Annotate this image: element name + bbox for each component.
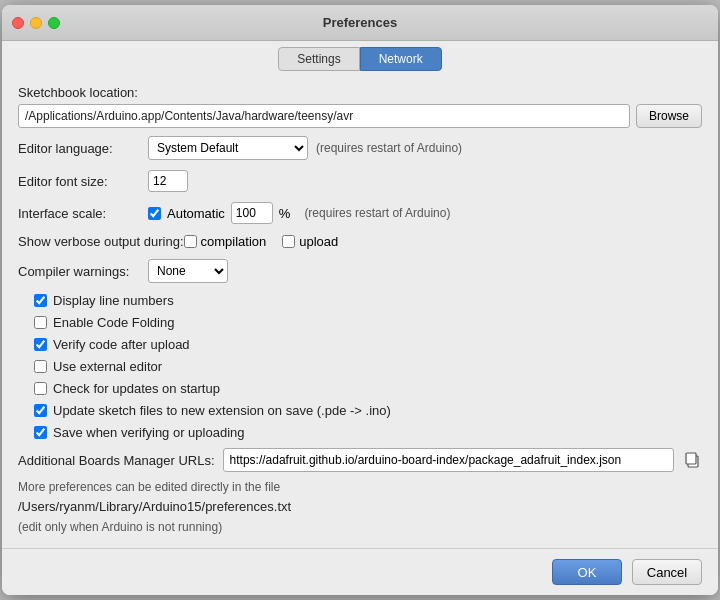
additional-boards-label: Additional Boards Manager URLs: bbox=[18, 453, 215, 468]
scale-note: (requires restart of Arduino) bbox=[304, 206, 450, 220]
minimize-button[interactable] bbox=[30, 17, 42, 29]
maximize-button[interactable] bbox=[48, 17, 60, 29]
auto-label: Automatic bbox=[167, 206, 225, 221]
path-note: More preferences can be edited directly … bbox=[18, 478, 702, 537]
check-updates-label: Check for updates on startup bbox=[53, 381, 220, 396]
enable-code-folding-label: Enable Code Folding bbox=[53, 315, 174, 330]
ok-button[interactable]: OK bbox=[552, 559, 622, 585]
editor-font-row: Editor font size: bbox=[18, 170, 702, 192]
compiler-controls: None bbox=[148, 259, 228, 283]
compiler-warnings-select[interactable]: None bbox=[148, 259, 228, 283]
save-verifying-label: Save when verifying or uploading bbox=[53, 425, 245, 440]
verbose-row: Show verbose output during: compilation … bbox=[18, 234, 702, 249]
display-line-numbers-label: Display line numbers bbox=[53, 293, 174, 308]
sketchbook-row: Browse bbox=[18, 104, 702, 128]
save-verifying-checkbox[interactable] bbox=[34, 426, 47, 439]
checkbox-check-updates: Check for updates on startup bbox=[34, 381, 702, 396]
additional-boards-input[interactable] bbox=[223, 448, 674, 472]
enable-code-folding-checkbox[interactable] bbox=[34, 316, 47, 329]
titlebar: Preferences bbox=[2, 5, 718, 41]
checkbox-verify-code: Verify code after upload bbox=[34, 337, 702, 352]
checkbox-save-verifying: Save when verifying or uploading bbox=[34, 425, 702, 440]
tab-settings[interactable]: Settings bbox=[278, 47, 359, 71]
external-editor-label: Use external editor bbox=[53, 359, 162, 374]
tab-network[interactable]: Network bbox=[360, 47, 442, 71]
update-sketch-label: Update sketch files to new extension on … bbox=[53, 403, 391, 418]
scale-unit: % bbox=[279, 206, 291, 221]
cancel-button[interactable]: Cancel bbox=[632, 559, 702, 585]
close-button[interactable] bbox=[12, 17, 24, 29]
checkbox-update-sketch: Update sketch files to new extension on … bbox=[34, 403, 702, 418]
check-updates-checkbox[interactable] bbox=[34, 382, 47, 395]
verbose-compilation: compilation bbox=[184, 234, 267, 249]
svg-rect-1 bbox=[686, 453, 696, 464]
compilation-label: compilation bbox=[201, 234, 267, 249]
editor-font-input[interactable] bbox=[148, 170, 188, 192]
copy-icon[interactable] bbox=[682, 450, 702, 470]
checkboxes-section: Display line numbers Enable Code Folding… bbox=[18, 293, 702, 440]
editor-language-select[interactable]: System Default bbox=[148, 136, 308, 160]
display-line-numbers-checkbox[interactable] bbox=[34, 294, 47, 307]
sketchbook-input[interactable] bbox=[18, 104, 630, 128]
update-sketch-checkbox[interactable] bbox=[34, 404, 47, 417]
additional-boards-row: Additional Boards Manager URLs: bbox=[18, 448, 702, 472]
scale-value-input[interactable] bbox=[231, 202, 273, 224]
upload-checkbox[interactable] bbox=[282, 235, 295, 248]
browse-button[interactable]: Browse bbox=[636, 104, 702, 128]
verbose-upload: upload bbox=[282, 234, 338, 249]
editor-language-row: Editor language: System Default (require… bbox=[18, 136, 702, 160]
external-editor-checkbox[interactable] bbox=[34, 360, 47, 373]
interface-scale-label: Interface scale: bbox=[18, 206, 148, 221]
compiler-warnings-label: Compiler warnings: bbox=[18, 264, 148, 279]
compilation-checkbox[interactable] bbox=[184, 235, 197, 248]
checkbox-enable-code-folding: Enable Code Folding bbox=[34, 315, 702, 330]
verbose-label: Show verbose output during: bbox=[18, 234, 184, 249]
editor-language-note: (requires restart of Arduino) bbox=[316, 141, 462, 155]
interface-scale-row: Interface scale: Automatic % (requires r… bbox=[18, 202, 702, 224]
scale-controls: Automatic % (requires restart of Arduino… bbox=[148, 202, 450, 224]
verbose-controls: compilation upload bbox=[184, 234, 339, 249]
window-title: Preferences bbox=[323, 15, 397, 30]
tab-bar: Settings Network bbox=[2, 41, 718, 71]
compiler-warnings-row: Compiler warnings: None bbox=[18, 259, 702, 283]
preferences-window: Preferences Settings Network Sketchbook … bbox=[2, 5, 718, 595]
content-area: Sketchbook location: Browse Editor langu… bbox=[2, 71, 718, 548]
traffic-lights bbox=[12, 17, 60, 29]
checkbox-display-line-numbers: Display line numbers bbox=[34, 293, 702, 308]
sketchbook-label: Sketchbook location: bbox=[18, 85, 702, 100]
path-note-line1: More preferences can be edited directly … bbox=[18, 480, 280, 494]
verify-code-label: Verify code after upload bbox=[53, 337, 190, 352]
path-note-line2: /Users/ryanm/Library/Arduino15/preferenc… bbox=[18, 499, 291, 514]
footer: OK Cancel bbox=[2, 548, 718, 595]
path-note-line3: (edit only when Arduino is not running) bbox=[18, 520, 222, 534]
upload-label: upload bbox=[299, 234, 338, 249]
editor-language-label: Editor language: bbox=[18, 141, 148, 156]
editor-font-label: Editor font size: bbox=[18, 174, 148, 189]
verify-code-checkbox[interactable] bbox=[34, 338, 47, 351]
auto-checkbox[interactable] bbox=[148, 207, 161, 220]
checkbox-external-editor: Use external editor bbox=[34, 359, 702, 374]
